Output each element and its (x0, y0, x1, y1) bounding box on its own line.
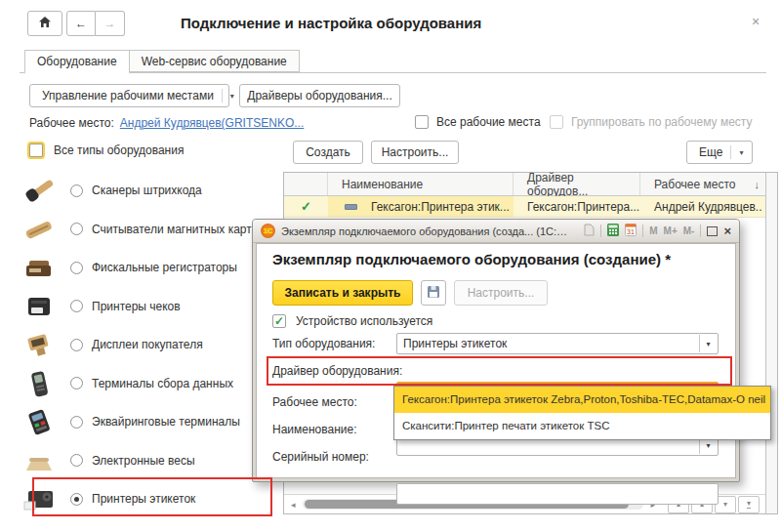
radio-button[interactable] (70, 262, 83, 274)
checkbox-label: Все рабочие места (436, 115, 541, 129)
label-printer-icon (20, 483, 59, 514)
memory-subtract-button[interactable]: M- (683, 225, 695, 236)
device-label: Терминалы сбора данных (92, 377, 233, 390)
radio-button[interactable] (70, 454, 83, 467)
maximize-icon[interactable] (707, 226, 718, 236)
chevron-down-icon[interactable]: ▾ (699, 335, 717, 352)
tab-webservice[interactable]: Web-сервис оборудование (129, 50, 300, 72)
checkbox-label: Группировать по рабочему месту (571, 115, 752, 129)
manage-workplaces-button[interactable]: Управление рабочими местами ▾ (29, 84, 229, 107)
radio-button[interactable] (70, 339, 83, 351)
column-label: Наименование (342, 178, 423, 191)
device-label: Дисплеи покупателя (92, 338, 203, 351)
tab-label: Оборудование (37, 55, 117, 68)
all-types-option[interactable]: Все типы оборудования (29, 143, 184, 157)
create-button[interactable]: Создать (293, 141, 363, 164)
back-button[interactable]: ← (66, 11, 96, 36)
dialog-titlebar[interactable]: 1С Экземпляр подключаемого оборудования … (253, 220, 739, 243)
page-title: Подключение и настройка оборудования (181, 15, 481, 31)
history-nav: ← → (66, 11, 125, 36)
device-item-receipt-printers[interactable]: Принтеры чеков (20, 290, 278, 323)
calendar-day-text: 31 (627, 228, 635, 235)
vertical-scrollbar[interactable] (765, 173, 777, 513)
fiscal-register-icon (20, 252, 59, 283)
group-by-checkbox (550, 115, 563, 129)
barcode-scanner-icon (20, 175, 59, 206)
button-label: Настроить... (468, 286, 535, 300)
device-item-customer-displays[interactable]: Дисплеи покупателя (20, 328, 278, 361)
memory-add-button[interactable]: M+ (664, 225, 678, 236)
dialog-heading: Экземпляр подключаемого оборудования (со… (272, 251, 671, 267)
driver-field-label: Драйвер оборудования: (272, 360, 402, 382)
cell-text: Гексагон:Принтера этик... (371, 200, 510, 214)
home-button[interactable] (27, 11, 62, 36)
forward-button[interactable]: → (96, 11, 125, 36)
radio-button[interactable] (70, 377, 83, 389)
type-field-label: Тип оборудования: (272, 333, 375, 354)
radio-button[interactable] (70, 223, 83, 235)
save-button[interactable] (421, 280, 446, 306)
receipt-printer-icon (20, 291, 59, 322)
go-last-button[interactable]: ▾ (738, 496, 760, 513)
radio-button-selected[interactable] (70, 493, 83, 506)
calculator-icon[interactable] (607, 224, 619, 239)
all-workplaces-option[interactable]: Все рабочие места (415, 115, 541, 129)
forward-icon: → (104, 17, 116, 30)
column-status[interactable] (284, 173, 328, 195)
more-button[interactable]: Еще ▾ (686, 141, 753, 164)
radio-button[interactable] (70, 416, 83, 429)
device-label: Считыватели магнитных карт (92, 223, 252, 236)
scroll-left-icon[interactable]: ◂ (288, 500, 299, 510)
device-used-checkbox[interactable]: ✓ (272, 314, 286, 328)
device-item-label-printers[interactable]: Принтеры этикеток (20, 482, 278, 515)
down-icon: ▾ (723, 500, 727, 509)
all-types-checkbox[interactable] (29, 143, 43, 157)
all-workplaces-checkbox[interactable] (415, 115, 429, 129)
device-label: Эквайринговые терминалы (92, 415, 240, 429)
button-label: Настроить... (382, 145, 449, 159)
tab-equipment[interactable]: Оборудование (24, 50, 130, 74)
button-label: Драйверы оборудования... (247, 89, 392, 102)
column-name[interactable]: Наименование (328, 173, 514, 195)
dialog-configure-button: Настроить... (454, 280, 548, 306)
button-label: Управление рабочими местами (42, 89, 214, 102)
table-header: Наименование Драйвер оборудов... Рабочее… (284, 173, 765, 196)
device-item-fiscal-registers[interactable]: Фискальные регистраторы (20, 251, 278, 284)
dialog-close-icon[interactable]: × (723, 225, 731, 237)
device-item-data-terminals[interactable]: Терминалы сбора данных (20, 367, 278, 400)
table-row[interactable]: ✓ Гексагон:Принтера этик... Гексагон:При… (284, 196, 765, 218)
configure-button[interactable]: Настроить... (371, 141, 459, 164)
chevron-down-icon: ▾ (730, 145, 743, 159)
column-workplace[interactable]: Рабочее место ↓ (640, 173, 765, 195)
workplace-link[interactable]: Андрей Кудрявцев(GRITSENKO... (120, 116, 304, 130)
radio-button[interactable] (70, 184, 83, 197)
device-used-option[interactable]: ✓ Устройство используется (272, 314, 432, 328)
bookmark-icon[interactable] (584, 224, 595, 239)
device-item-acquiring-terminals[interactable]: Эквайринговые терминалы (20, 405, 278, 438)
save-and-close-button[interactable]: Записать и закрыть (272, 280, 413, 306)
device-item-electronic-scales[interactable]: Электронные весы (20, 444, 278, 477)
tab-bar: Оборудование Web-сервис оборудование (24, 50, 300, 74)
sort-desc-icon: ↓ (755, 179, 760, 190)
workplace-row: Рабочее место: Андрей Кудрявцев(GRITSENK… (29, 115, 304, 131)
radio-button[interactable] (70, 300, 83, 312)
close-icon[interactable]: × (752, 15, 760, 28)
group-by-workplace-option: Группировать по рабочему месту (550, 115, 752, 129)
drivers-button[interactable]: Драйверы оборудования... (239, 84, 400, 107)
device-item-card-readers[interactable]: Считыватели магнитных карт (20, 213, 278, 246)
home-icon (38, 16, 52, 31)
serial-field-label: Серийный номер: (272, 446, 369, 468)
column-driver[interactable]: Драйвер оборудов... (514, 173, 640, 195)
checkbox-label: Устройство используется (296, 314, 432, 328)
device-label: Фискальные регистраторы (92, 261, 237, 274)
check-icon: ✓ (274, 315, 284, 327)
memory-recall-button[interactable]: M (649, 225, 657, 236)
calendar-icon[interactable]: 31 (625, 224, 637, 239)
card-reader-icon (20, 214, 59, 245)
chevron-down-icon: ▾ (222, 89, 234, 102)
dropdown-option[interactable]: Скансити:Принтер печати этикеток TSC (394, 413, 770, 439)
type-field-input[interactable]: Принтеры этикеток ▾ (396, 333, 719, 354)
name-field-input[interactable] (396, 483, 719, 505)
dropdown-option-selected[interactable]: Гексагон:Принтера этикеток Zebra,Proton,… (394, 387, 770, 413)
device-item-barcode-scanners[interactable]: Сканеры штрихкода (20, 174, 278, 207)
